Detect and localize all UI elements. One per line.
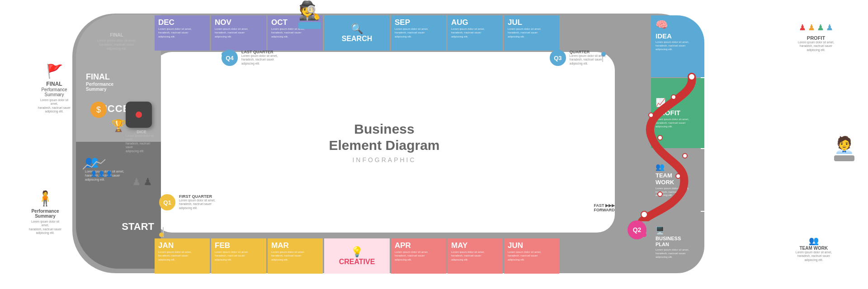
- ext-teamwork-label: TEAM WORK: [800, 246, 828, 251]
- board-tag: INFOGRAPHIC: [352, 156, 416, 163]
- dollar-icon: $: [90, 102, 107, 118]
- month-sep: SEP Lorem ipsum dolor sit amet,haradesh,…: [391, 15, 446, 51]
- piece-orange: ♟: [808, 23, 815, 33]
- piece-green: ♟: [817, 23, 824, 33]
- right-teamwork-panel: 👥 TEAM WORK Lorem ipsum dolor sit amet,h…: [796, 236, 832, 262]
- final-desc: Lorem ipsum dolor sit amet,haradesh, nac…: [36, 98, 72, 114]
- month-jan: JAN Lorem ipsum dolor sit amet,haradesh,…: [155, 238, 210, 274]
- flag-person-icon: 🚩: [46, 63, 63, 79]
- binoculars-person-icon: 🕵️: [298, 0, 321, 21]
- group-p3: 👤: [106, 171, 113, 177]
- person-pedestal: [834, 155, 854, 161]
- may-label: MAY: [451, 241, 499, 250]
- piece-red: ♟: [799, 23, 806, 33]
- final-label: FINAL: [85, 33, 148, 37]
- q4-sub: LAST QUARTER: [241, 50, 278, 54]
- idea-label: IDEA: [656, 32, 700, 40]
- aug-label: AUG: [451, 18, 499, 27]
- feb-text: Lorem ipsum dolor sit amet,haradesh, nac…: [215, 250, 263, 261]
- apr-text: Lorem ipsum dolor sit amet,haradesh, nac…: [395, 250, 443, 261]
- right-idea: 🧠 IDEA Lorem ipsum dolor sit amet,harade…: [651, 15, 704, 77]
- final-arc-perf: Performance: [86, 82, 113, 87]
- svg-point-5: [676, 174, 680, 178]
- main-container: FINAL Lorem ipsum dolor sit amet,harades…: [0, 0, 868, 289]
- dec-text: Lorem ipsum dolor sit amet,haradesh, nac…: [158, 27, 206, 38]
- svg-point-0: [689, 74, 695, 80]
- perf-desc: Lorem ipsum dolor sit amet,haradesh, nac…: [27, 220, 63, 235]
- trophy-icon: 🏆: [111, 119, 126, 133]
- creative-label: CREATIVE: [339, 258, 375, 266]
- q3-sub: QUARTER: [570, 50, 606, 54]
- q2-circle: Q2: [627, 220, 646, 239]
- pawn-icon-2: ♟: [143, 176, 152, 188]
- svg-point-7: [641, 211, 647, 218]
- final-perf-label: Performance: [41, 87, 67, 92]
- month-creative: 💡 CREATIVE: [324, 238, 390, 274]
- sep-text: Lorem ipsum dolor sit amet,haradesh, nac…: [395, 27, 443, 38]
- jun-label: JUN: [508, 241, 556, 250]
- sep-label: SEP: [395, 18, 443, 27]
- jan-text: Lorem ipsum dolor sit amet,haradesh, nac…: [158, 250, 206, 261]
- group-p1: 👤: [90, 171, 97, 177]
- lightbulb-icon: 💡: [351, 246, 363, 258]
- month-nov: NOV Lorem ipsum dolor sit amet,haradesh,…: [211, 15, 266, 51]
- search-person: 🕵️: [298, 0, 321, 29]
- dice: [126, 102, 152, 128]
- right-profit-panel: ♟ ♟ ♟ ♟ PROFIT Lorem ipsum dolor sit ame…: [787, 23, 845, 52]
- bottom-months-row: JAN Lorem ipsum dolor sit amet,haradesh,…: [155, 238, 559, 274]
- start-label: START: [122, 221, 154, 233]
- jul-text: Lorem ipsum dolor sit amet,haradesh, nac…: [508, 27, 556, 38]
- tablet-person-icon: 🧑‍💼: [834, 135, 854, 154]
- computer-icon: 🖥️: [656, 226, 700, 235]
- board-subtitle: Element Diagram: [329, 137, 439, 154]
- final-summary-label: Summary: [45, 92, 64, 97]
- svg-point-1: [671, 95, 676, 99]
- dice-label: DICE: [126, 130, 157, 134]
- svg-point-4: [683, 154, 687, 158]
- aug-text: Lorem ipsum dolor sit amet,haradesh, nac…: [451, 27, 499, 38]
- search-pedestal: [298, 22, 321, 29]
- month-feb: FEB Lorem ipsum dolor sit amet,haradesh,…: [211, 238, 266, 274]
- group-p2: 👤: [98, 171, 105, 177]
- idea-icon: 🧠: [656, 19, 700, 31]
- perf-label: Performance: [31, 209, 59, 214]
- perf-person-icon: 🧍: [36, 190, 54, 207]
- q1-marker: Q1 FIRST QUARTER Lorem ipsum dolor sit a…: [159, 194, 215, 210]
- month-aug: AUG Lorem ipsum dolor sit amet,haradesh,…: [448, 15, 503, 51]
- jan-label: JAN: [158, 241, 206, 250]
- feb-label: FEB: [215, 241, 263, 250]
- ext-profit-text: Lorem ipsum dolor sit amet,haradesh, nac…: [798, 41, 834, 52]
- right-person-panel: 🧑‍💼: [834, 135, 854, 161]
- final-perf-arc: FINAL Performance Summary: [86, 72, 113, 92]
- people-group-area: 👤 👤 👤: [90, 171, 113, 177]
- mar-label: MAR: [271, 241, 319, 250]
- apr-label: APR: [395, 241, 443, 250]
- q3-circle: Q3: [550, 50, 566, 66]
- q4-circle: Q4: [222, 50, 238, 66]
- perf-summary-label2: Summary: [35, 214, 56, 219]
- svg-point-3: [658, 135, 662, 140]
- nov-text: Lorem ipsum dolor sit amet,haradesh, nac…: [215, 27, 263, 38]
- pawn-icon-1: ♟: [132, 176, 141, 188]
- dec-label: DEC: [158, 18, 206, 27]
- final-title: FINAL: [46, 81, 62, 87]
- perf-summary-section: 🧍 Performance Summary Lorem ipsum dolor …: [27, 190, 63, 235]
- fast-forward-label: FAST ▶▶▶FORWARD: [594, 203, 615, 212]
- q4-text: Lorem ipsum dolor sit amet,haradesh, nac…: [241, 54, 278, 65]
- q2-marker: Q2: [627, 220, 646, 239]
- q3-marker: Q3 QUARTER Lorem ipsum dolor sit amet,ha…: [550, 50, 606, 66]
- line-graph-icon: [83, 158, 105, 172]
- snake-path-svg: [615, 72, 696, 221]
- idea-text: Lorem ipsum dolor sit amet,haradesh, nac…: [656, 41, 700, 51]
- dice-dot: [136, 112, 142, 118]
- svg-point-6: [658, 192, 662, 196]
- may-text: Lorem ipsum dolor sit amet,haradesh, nac…: [451, 250, 499, 261]
- month-apr: APR Lorem ipsum dolor sit amet,haradesh,…: [391, 238, 446, 274]
- ext-teamwork-text: Lorem ipsum dolor sit amet,haradesh, nac…: [796, 251, 832, 262]
- jul-label: JUL: [508, 18, 556, 27]
- bizplan-text: Lorem ipsum dolor sit amet,haradesh, nac…: [656, 248, 700, 259]
- search-icon: 🔍: [351, 23, 363, 35]
- center-content: Business Element Diagram INFOGRAPHIC: [154, 52, 615, 233]
- board-title: Business: [354, 121, 414, 137]
- conn-dot-3: [159, 233, 164, 237]
